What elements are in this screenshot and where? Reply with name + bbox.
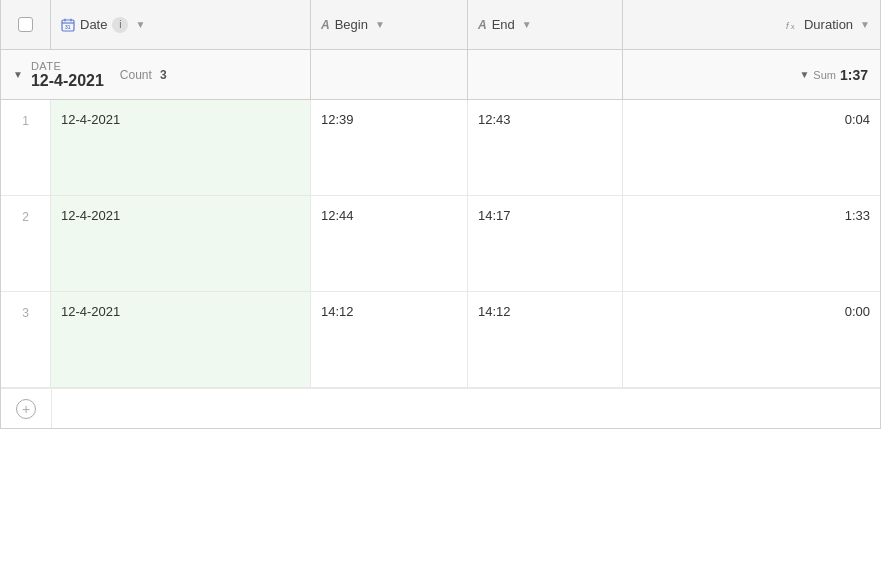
row-1-duration-cell: 0:04 (623, 100, 880, 195)
row-2-date-cell[interactable]: 12-4-2021 (51, 196, 311, 291)
row-2-begin-cell[interactable]: 12:44 (311, 196, 468, 291)
duration-dropdown-icon[interactable]: ▼ (860, 19, 870, 30)
end-text-icon: A (478, 18, 487, 32)
row-2-duration-cell: 1:33 (623, 196, 880, 291)
row-1-date-cell[interactable]: 12-4-2021 (51, 100, 311, 195)
add-record-button[interactable]: + (16, 399, 36, 419)
data-table: 31 Date i ▼ A Begin ▼ A End ▼ f x Durati… (0, 0, 881, 429)
group-header-duration: ▼ Sum 1:37 (623, 50, 880, 99)
group-count-label: Count (120, 68, 152, 82)
table-header: 31 Date i ▼ A Begin ▼ A End ▼ f x Durati… (1, 0, 880, 50)
group-count-value: 3 (160, 68, 167, 82)
group-header: ▼ DATE 12-4-2021 Count 3 ▼ Sum 1:37 (1, 50, 880, 100)
table-row: 3 12-4-2021 14:12 14:12 0:00 (1, 292, 880, 388)
date-info-button[interactable]: i (112, 17, 128, 33)
add-record-cell[interactable]: + (1, 399, 51, 419)
formula-icon: f x (785, 18, 799, 32)
row-1-end-cell[interactable]: 12:43 (468, 100, 623, 195)
row-number-3: 3 (1, 292, 51, 387)
row-number-2: 2 (1, 196, 51, 291)
end-column-label: End (492, 17, 515, 32)
row-1-begin-cell[interactable]: 12:39 (311, 100, 468, 195)
svg-text:x: x (791, 23, 795, 30)
group-collapse-icon[interactable]: ▼ (13, 69, 23, 80)
add-row-spacer (51, 389, 880, 428)
group-sum-icon: ▼ (799, 69, 809, 80)
add-row: + (1, 388, 880, 428)
svg-text:f: f (786, 21, 790, 31)
date-column-label: Date (80, 17, 107, 32)
svg-text:31: 31 (65, 24, 71, 30)
calendar-icon: 31 (61, 18, 75, 32)
row-3-begin-cell[interactable]: 14:12 (311, 292, 468, 387)
column-header-date[interactable]: 31 Date i ▼ (51, 0, 311, 49)
column-header-duration[interactable]: f x Duration ▼ (623, 0, 880, 49)
begin-dropdown-icon[interactable]: ▼ (375, 19, 385, 30)
row-3-duration-cell: 0:00 (623, 292, 880, 387)
column-header-begin[interactable]: A Begin ▼ (311, 0, 468, 49)
group-header-end-spacer (468, 50, 623, 99)
row-number-1: 1 (1, 100, 51, 195)
sum-label: Sum (813, 69, 836, 81)
duration-column-label: Duration (804, 17, 853, 32)
select-all-header[interactable] (1, 0, 51, 49)
row-3-end-cell[interactable]: 14:12 (468, 292, 623, 387)
end-dropdown-icon[interactable]: ▼ (522, 19, 532, 30)
row-3-date-cell[interactable]: 12-4-2021 (51, 292, 311, 387)
table-row: 2 12-4-2021 12:44 14:17 1:33 (1, 196, 880, 292)
begin-column-label: Begin (335, 17, 368, 32)
row-2-end-cell[interactable]: 14:17 (468, 196, 623, 291)
table-row: 1 12-4-2021 12:39 12:43 0:04 (1, 100, 880, 196)
group-date-value: 12-4-2021 (31, 72, 104, 90)
group-date-label: DATE (31, 60, 104, 72)
sum-value: 1:37 (840, 67, 868, 83)
select-all-checkbox[interactable] (18, 17, 33, 32)
date-dropdown-icon[interactable]: ▼ (135, 19, 145, 30)
group-header-left: ▼ DATE 12-4-2021 Count 3 (1, 50, 311, 99)
begin-text-icon: A (321, 18, 330, 32)
column-header-end[interactable]: A End ▼ (468, 0, 623, 49)
group-header-begin-spacer (311, 50, 468, 99)
group-date-info: DATE 12-4-2021 (31, 60, 104, 90)
